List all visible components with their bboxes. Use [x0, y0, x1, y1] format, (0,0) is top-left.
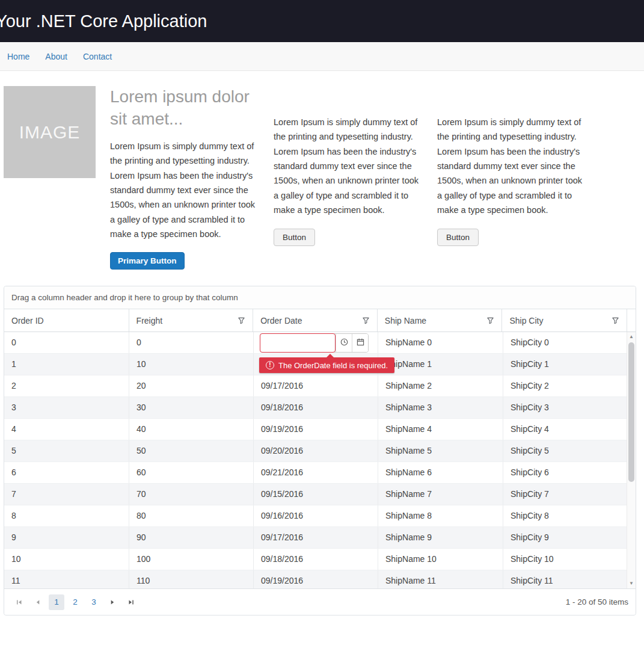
nav-link-home[interactable]: Home: [7, 52, 29, 61]
warning-icon: !: [266, 361, 274, 369]
cell-order-date: 09/16/2016: [253, 505, 378, 526]
clock-icon: [340, 338, 348, 348]
grid-header-spacer: [627, 309, 636, 332]
cell-ship-name: ShipName 10: [378, 549, 503, 570]
app-title: Your .NET Core Application: [0, 11, 207, 31]
hero-column-3: Lorem Ipsum is simply dummy text of the …: [437, 86, 586, 246]
cell-order-date: 09/18/2016: [253, 549, 378, 570]
nav-link-contact[interactable]: Contact: [83, 52, 112, 61]
cell-ship-city: ShipCity 11: [503, 570, 628, 588]
grid-pager: 1 2 3 1 - 20 of 50 items: [4, 588, 636, 615]
validation-message: The OrderDate field is required.: [278, 361, 388, 370]
cell-order-id: 2: [4, 375, 129, 396]
pager-prev-button[interactable]: [30, 594, 46, 610]
cell-order-id: 9: [4, 527, 129, 548]
grid-header-row: Order ID Freight Order Date Ship Name Sh…: [4, 309, 636, 332]
navbar: Home About Contact: [0, 42, 644, 71]
cell-ship-name: ShipName 2: [378, 375, 503, 396]
cell-freight: 70: [129, 484, 253, 505]
pager-page-1[interactable]: 1: [49, 594, 64, 610]
pager-next-button[interactable]: [105, 594, 120, 610]
date-picker-button[interactable]: [352, 334, 368, 352]
column-header-freight[interactable]: Freight: [129, 309, 253, 332]
pager-first-button[interactable]: [11, 594, 27, 610]
hero-heading: Lorem ipsum dolor sit amet...: [110, 86, 259, 131]
column-header-order-date[interactable]: Order Date: [253, 309, 377, 332]
cell-freight: 100: [129, 549, 253, 570]
cell-ship-city: ShipCity 0: [503, 332, 628, 353]
table-row: 5 50 09/20/2016 ShipName 5 ShipCity 5: [4, 440, 628, 462]
cell-ship-name: ShipName 9: [378, 527, 503, 548]
cell-order-id: 10: [4, 549, 129, 570]
orders-grid: Drag a column header and drop it here to…: [4, 286, 636, 615]
calendar-icon: [357, 338, 364, 348]
nav-link-about[interactable]: About: [45, 52, 67, 61]
hero-section: IMAGE Lorem ipsum dolor sit amet... Lore…: [0, 71, 644, 270]
image-placeholder-label: IMAGE: [19, 122, 81, 143]
column-header-order-id[interactable]: Order ID: [4, 309, 129, 332]
cell-order-date: 09/17/2016: [253, 375, 378, 396]
cell-ship-city: ShipCity 1: [503, 354, 628, 375]
secondary-button-2[interactable]: Button: [437, 229, 479, 246]
cell-order-date: 09/21/2016: [253, 462, 378, 483]
cell-order-id: 11: [4, 570, 129, 588]
scroll-up-icon[interactable]: ▲: [627, 333, 636, 341]
cell-order-id: 0: [4, 332, 129, 353]
cell-ship-city: ShipCity 2: [503, 375, 628, 396]
cell-order-id: 3: [4, 397, 129, 418]
column-header-ship-name[interactable]: Ship Name: [377, 309, 502, 332]
pager-page-3[interactable]: 3: [86, 594, 102, 610]
scroll-down-icon[interactable]: ▼: [627, 579, 636, 588]
cell-ship-city: ShipCity 3: [503, 397, 628, 418]
pager-last-button[interactable]: [123, 594, 139, 610]
table-row: 7 70 09/15/2016 ShipName 7 ShipCity 7: [4, 484, 628, 505]
hero-column-1: Lorem ipsum dolor sit amet... Lorem Ipsu…: [110, 86, 259, 270]
hero-paragraph-2: Lorem Ipsum is simply dummy text of the …: [274, 115, 423, 218]
hero-paragraph-1: Lorem Ipsum is simply dummy text of the …: [110, 139, 259, 242]
secondary-button-1[interactable]: Button: [274, 229, 315, 246]
cell-ship-name: ShipName 5: [378, 440, 503, 461]
order-date-editor: [260, 333, 369, 353]
filter-icon[interactable]: [486, 316, 494, 324]
cell-freight: 80: [129, 505, 253, 526]
table-row: 9 90 09/17/2016 ShipName 9 ShipCity 9: [4, 527, 628, 549]
cell-order-date: 09/20/2016: [253, 440, 378, 461]
cell-ship-city: ShipCity 7: [503, 484, 628, 505]
cell-ship-city: ShipCity 10: [503, 549, 628, 570]
table-row: 4 40 09/19/2016 ShipName 4 ShipCity 4: [4, 419, 628, 440]
cell-order-id: 4: [4, 419, 129, 440]
cell-ship-name: ShipName 8: [378, 505, 503, 526]
cell-order-id: 8: [4, 505, 129, 526]
filter-icon[interactable]: [612, 316, 619, 324]
cell-freight: 50: [129, 440, 253, 461]
cell-order-id: 5: [4, 440, 129, 461]
filter-icon[interactable]: [362, 316, 370, 324]
cell-ship-name: ShipName 11: [378, 570, 503, 588]
table-row: 0 0 ShipName 0 ShipCity 0: [4, 332, 628, 354]
column-header-ship-city[interactable]: Ship City: [501, 309, 627, 332]
grid-group-panel[interactable]: Drag a column header and drop it here to…: [4, 286, 636, 309]
cell-ship-name: ShipName 3: [378, 397, 503, 418]
cell-order-date: 09/15/2016: [253, 484, 378, 505]
validation-tooltip: ! The OrderDate field is required.: [259, 357, 394, 373]
cell-order-id: 7: [4, 484, 129, 505]
cell-ship-city: ShipCity 9: [503, 527, 628, 548]
primary-button[interactable]: Primary Button: [110, 252, 185, 270]
order-date-input[interactable]: [260, 333, 336, 353]
hero-column-2: Lorem Ipsum is simply dummy text of the …: [274, 86, 423, 246]
scrollbar-thumb[interactable]: [628, 342, 634, 482]
cell-freight: 110: [129, 570, 253, 588]
cell-ship-name: ShipName 4: [378, 419, 503, 440]
pager-page-2[interactable]: 2: [67, 594, 83, 610]
grid-body: 0 0 ShipName 0 ShipCity 0 1 10 ShipName …: [4, 332, 636, 588]
table-row: 2 20 09/17/2016 ShipName 2 ShipCity 2: [4, 375, 628, 397]
cell-ship-name: ShipName 1: [378, 354, 503, 375]
cell-ship-name: ShipName 7: [378, 484, 503, 505]
vertical-scrollbar[interactable]: ▲ ▼: [627, 332, 636, 588]
app-header: Your .NET Core Application: [0, 0, 644, 42]
filter-icon[interactable]: [238, 316, 245, 324]
time-picker-button[interactable]: [336, 334, 352, 352]
cell-freight: 10: [129, 354, 253, 375]
cell-order-id: 1: [4, 354, 129, 375]
table-row: 6 60 09/21/2016 ShipName 6 ShipCity 6: [4, 462, 628, 484]
